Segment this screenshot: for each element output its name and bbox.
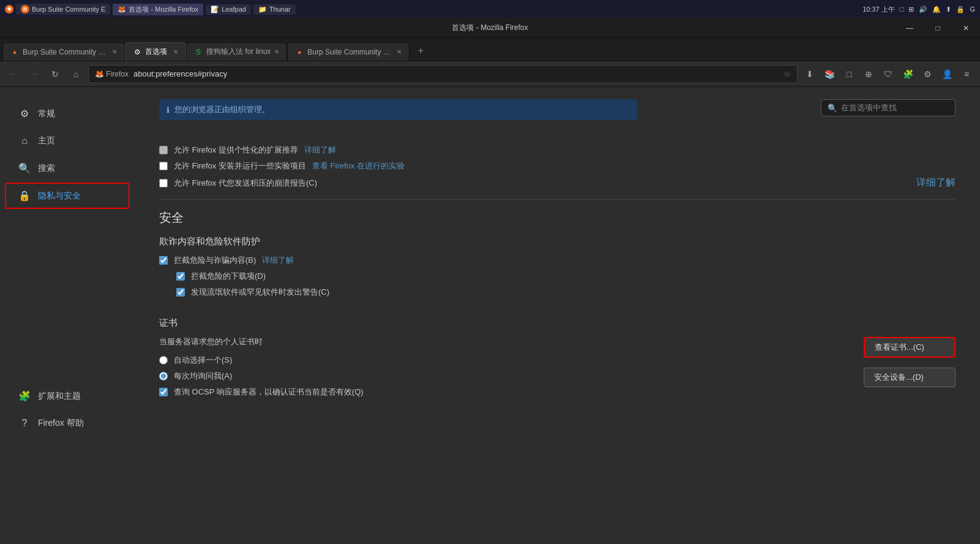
tab-sogou-close[interactable]: ✕ — [274, 48, 279, 55]
gear-icon: ⚙ — [18, 108, 31, 119]
sidebar-item-home-label: 主页 — [38, 135, 55, 146]
window-minimize-button[interactable]: — — [896, 18, 924, 37]
address-field[interactable]: 🦊 Firefox about:preferences#privacy ☆ — [88, 65, 798, 83]
checkbox-ocsp-label: 查询 OCSP 响应服务器，以确认证书当前是否有效(Q) — [174, 387, 364, 398]
tab-sogou-label: 搜狗输入法 for linux — [206, 47, 271, 57]
sidebar-item-extensions[interactable]: 🧩 扩展和主题 — [5, 383, 130, 409]
checkbox-block-downloads-input[interactable] — [176, 272, 185, 281]
radio-auto-select-input[interactable] — [159, 356, 168, 365]
checkbox-warn-rogue-input[interactable] — [176, 288, 185, 297]
account-icon[interactable]: 👤 — [938, 66, 956, 83]
taskbar-thunar-label: Thunar — [269, 6, 291, 13]
taskbar-monitor-icon: □ — [900, 6, 904, 13]
taskbar-app-thunar[interactable]: 📁 Thunar — [253, 4, 296, 15]
info-banner-text: 您的浏览器正由组织管理。 — [174, 104, 270, 115]
forward-button[interactable]: → — [26, 66, 43, 83]
taskbar-firefox-label: 首选项 - Mozilla Firefox — [129, 5, 198, 14]
window-maximize-button[interactable]: □ — [924, 18, 952, 37]
security-devices-button[interactable]: 安全设备...(D) — [864, 368, 956, 387]
view-certificates-button[interactable]: 查看证书...(C) — [864, 337, 956, 358]
checkbox-block-dangerous-label: 拦截危险与诈骗内容(B) — [174, 255, 256, 266]
checkbox-crash-reports-input[interactable] — [159, 179, 168, 187]
tab-burp-2-label: Burp Suite Community E... — [307, 48, 393, 56]
link-personalized-extensions[interactable]: 详细了解 — [304, 145, 336, 156]
prefs-search-icon: 🔍 — [828, 104, 837, 113]
leafpad-icon: 📝 — [211, 6, 219, 13]
checkbox-crash-reports-label: 允许 Firefox 代您发送积压的崩溃报告(C) — [174, 178, 317, 189]
checkbox-personalized-extensions-input[interactable] — [159, 146, 168, 154]
tab-preferences-close[interactable]: ✕ — [173, 48, 178, 55]
home-icon: ⌂ — [18, 135, 31, 146]
radio-ask-each-time: 每次均询问我(A) — [159, 371, 839, 382]
tab-burp-1[interactable]: ● Burp Suite Community E... ✕ — [2, 42, 125, 61]
bookmarks-icon[interactable]: 📚 — [821, 66, 838, 83]
radio-auto-select-label: 自动选择一个(S) — [174, 355, 232, 366]
window-titlebar: 首选项 - Mozilla Firefox — □ ✕ — [0, 18, 980, 38]
firefox-browser-label: 🦊 Firefox — [95, 70, 129, 78]
download-icon[interactable]: ⬇ — [801, 66, 818, 83]
checkbox-experiments: 允许 Firefox 安装并运行一些实验项目 查看 Firefox 在进行的实验 — [159, 161, 956, 172]
sidebar-item-help-label: Firefox 帮助 — [38, 418, 84, 429]
preferences-search[interactable]: 🔍 在首选项中查找 — [821, 99, 956, 116]
taskbar-leafpad-label: Leafpad — [222, 6, 246, 13]
checkbox-ocsp-input[interactable] — [159, 388, 168, 396]
firefox-icon: 🦊 — [118, 6, 126, 13]
sidebar-item-help[interactable]: ? Firefox 帮助 — [5, 410, 130, 436]
checkbox-experiments-input[interactable] — [159, 162, 168, 170]
checkbox-block-dangerous: 拦截危险与诈骗内容(B) 详细了解 — [159, 255, 956, 266]
info-icon: ℹ — [166, 105, 170, 115]
taskbar-app-burp[interactable]: B Burp Suite Community E — [16, 4, 110, 15]
taskbar-sound-icon: 🔊 — [919, 6, 927, 13]
search-icon: 🔍 — [18, 162, 31, 174]
sync-icon[interactable]: ⊕ — [860, 66, 877, 83]
sidebar-item-general[interactable]: ⚙ 常规 — [5, 100, 130, 127]
checkbox-block-dangerous-input[interactable] — [159, 256, 168, 265]
sidebar-item-search[interactable]: 🔍 搜索 — [5, 155, 130, 181]
tab-burp-1-label: Burp Suite Community E... — [23, 48, 108, 56]
security-section-title: 安全 — [159, 210, 956, 226]
checkbox-crash-reports: 允许 Firefox 代您发送积压的崩溃报告(C) — [159, 178, 317, 189]
checkbox-personalized-extensions-label: 允许 Firefox 提供个性化的扩展推荐 — [174, 145, 298, 156]
taskbar-app-leafpad[interactable]: 📝 Leafpad — [206, 4, 251, 15]
tab-burp-1-close[interactable]: ✕ — [112, 48, 117, 55]
cert-left: 证书 当服务器请求您的个人证书时 自动选择一个(S) 每次均询问我(A) 查询 … — [159, 317, 839, 402]
taskbar-notif-icon: 🔔 — [932, 6, 941, 13]
info-banner: ℹ 您的浏览器正由组织管理。 — [159, 99, 637, 120]
taskbar-app-firefox[interactable]: 🦊 首选项 - Mozilla Firefox — [113, 4, 203, 15]
link-crash-reports[interactable]: 详细了解 — [916, 176, 956, 189]
tab-burp-2[interactable]: ● Burp Suite Community E... ✕ — [287, 42, 410, 61]
bookmark-icon[interactable]: ☆ — [784, 69, 791, 78]
system-logo[interactable]: ❖ — [5, 5, 13, 13]
prefs-search-placeholder: 在首选项中查找 — [841, 102, 897, 113]
settings-icon[interactable]: ⚙ — [919, 66, 936, 83]
window-close-button[interactable]: ✕ — [952, 18, 980, 37]
menu-icon[interactable]: ≡ — [958, 66, 975, 83]
home-button[interactable]: ⌂ — [67, 66, 84, 83]
window-title: 首选项 - Mozilla Firefox — [452, 23, 528, 33]
reload-button[interactable]: ↻ — [47, 66, 64, 83]
back-button[interactable]: ← — [5, 66, 22, 83]
new-tab-button[interactable]: + — [412, 42, 429, 59]
sogou-favicon: S — [194, 48, 203, 56]
taskbar-g-icon: G — [970, 6, 975, 13]
tab-preferences-label: 首选项 — [145, 47, 170, 57]
link-block-dangerous[interactable]: 详细了解 — [262, 255, 294, 266]
browser-content: ⚙ 常规 ⌂ 主页 🔍 搜索 🔒 隐私与安全 🧩 扩展和主题 ? Firefox… — [0, 87, 980, 544]
sidebar-item-home[interactable]: ⌂ 主页 — [5, 128, 130, 154]
tab-burp-2-close[interactable]: ✕ — [397, 48, 402, 55]
taskbar-apps: ❖ B Burp Suite Community E 🦊 首选项 - Mozil… — [5, 4, 296, 15]
tab-sogou[interactable]: S 搜狗输入法 for linux ✕ — [186, 42, 287, 61]
extension-icon[interactable]: 🧩 — [899, 66, 916, 83]
screenshot-icon[interactable]: □ — [840, 66, 858, 83]
radio-ask-each-time-input[interactable] — [159, 372, 168, 380]
sidebar-item-general-label: 常规 — [38, 108, 55, 119]
sidebar-item-search-label: 搜索 — [38, 163, 55, 174]
shield-icon[interactable]: 🛡 — [880, 66, 897, 83]
link-experiments[interactable]: 查看 Firefox 在进行的实验 — [312, 161, 405, 172]
tab-preferences[interactable]: ⚙ 首选项 ✕ — [125, 42, 186, 61]
taskbar-upload-icon: ⬆ — [946, 6, 951, 13]
burp-favicon-1: ● — [10, 48, 19, 56]
checkbox-warn-rogue: 发现流氓软件或罕见软件时发出警告(C) — [176, 287, 956, 298]
sidebar-item-privacy[interactable]: 🔒 隐私与安全 — [5, 183, 130, 209]
system-taskbar: ❖ B Burp Suite Community E 🦊 首选项 - Mozil… — [0, 0, 980, 18]
